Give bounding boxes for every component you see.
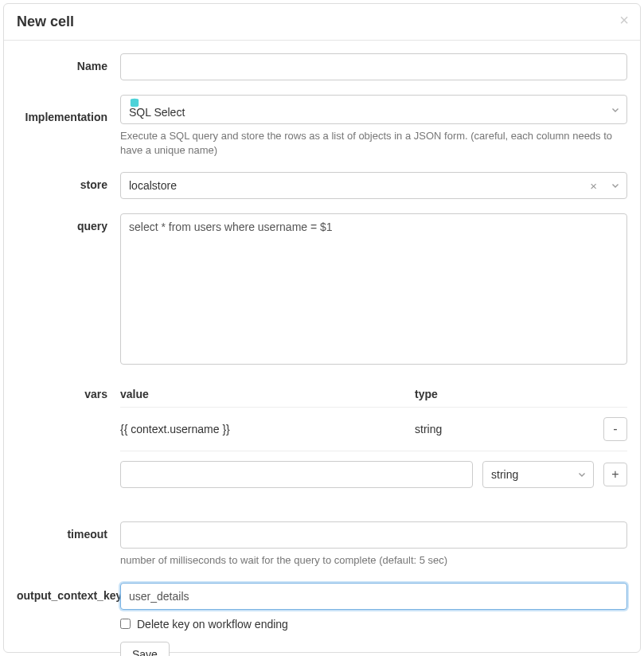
delete-key-label: Delete key on workflow ending xyxy=(137,618,288,631)
store-row: store localstore × xyxy=(17,172,627,199)
chevron-down-icon xyxy=(604,104,626,115)
modal-body: Name Implementation xyxy=(4,41,640,656)
modal-header: New cell × xyxy=(4,4,640,41)
save-button[interactable]: Save xyxy=(120,642,170,656)
delete-key-checkbox[interactable] xyxy=(120,619,131,629)
chevron-down-icon xyxy=(571,469,593,480)
name-label: Name xyxy=(17,53,120,72)
new-var-value-input[interactable] xyxy=(120,461,473,488)
new-var-type-value: string xyxy=(491,468,518,481)
close-icon: × xyxy=(619,11,629,29)
new-var-type-select[interactable]: string xyxy=(482,461,594,488)
query-row: query xyxy=(17,213,627,367)
clear-icon[interactable]: × xyxy=(584,179,603,193)
store-value: localstore xyxy=(129,179,177,192)
implementation-row: Implementation SQL Select xyxy=(17,95,627,158)
vars-new-row: string + xyxy=(120,451,627,507)
var-value: {{ context.username }} xyxy=(120,423,415,435)
query-textarea[interactable] xyxy=(120,213,627,365)
chevron-down-icon xyxy=(604,180,626,191)
store-label: store xyxy=(17,172,120,191)
implementation-help: Execute a SQL query and store the rows a… xyxy=(120,129,627,158)
timeout-help: number of milliseconds to wait for the q… xyxy=(120,553,627,568)
modal-title: New cell xyxy=(17,14,627,30)
vars-header-value: value xyxy=(120,388,415,400)
output-context-key-row: output_context_key Delete key on workflo… xyxy=(17,583,627,656)
implementation-value: SQL Select xyxy=(129,106,595,119)
query-label: query xyxy=(17,213,120,232)
timeout-row: timeout number of milliseconds to wait f… xyxy=(17,521,627,568)
timeout-input[interactable] xyxy=(120,521,627,549)
implementation-select[interactable]: SQL Select xyxy=(120,95,627,124)
name-input[interactable] xyxy=(120,53,627,80)
name-row: Name xyxy=(17,53,627,80)
close-button[interactable]: × xyxy=(619,12,629,28)
vars-row: vars value type {{ context.username }} s… xyxy=(17,381,627,507)
vars-label: vars xyxy=(17,381,120,400)
output-context-key-label: output_context_key xyxy=(17,583,120,602)
vars-header-type: type xyxy=(415,388,627,400)
delete-key-row: Delete key on workflow ending xyxy=(120,618,627,631)
table-row: {{ context.username }} string - xyxy=(120,407,627,451)
output-context-key-input[interactable] xyxy=(120,583,627,610)
store-select[interactable]: localstore × xyxy=(120,172,627,199)
vars-header: value type xyxy=(120,381,627,407)
timeout-label: timeout xyxy=(17,521,120,541)
new-cell-modal: New cell × Name Implementation xyxy=(3,3,641,653)
var-type: string xyxy=(415,423,597,435)
remove-var-button[interactable]: - xyxy=(603,417,627,441)
implementation-label: Implementation xyxy=(17,95,120,123)
vars-table: value type {{ context.username }} string… xyxy=(120,381,627,507)
add-var-button[interactable]: + xyxy=(603,463,627,486)
database-icon xyxy=(129,97,140,105)
